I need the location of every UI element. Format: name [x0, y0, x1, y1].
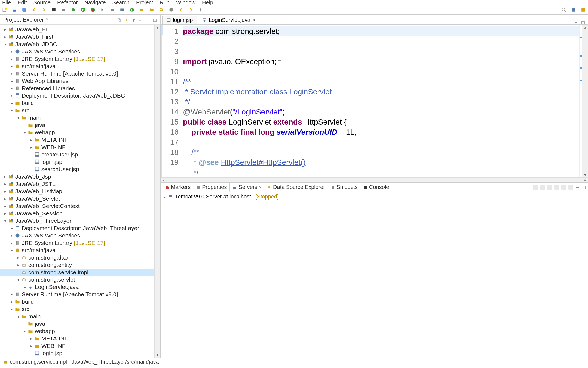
twisty-icon[interactable] — [9, 79, 14, 83]
runlast-icon[interactable] — [100, 7, 105, 12]
tree-item[interactable]: Web App Libraries — [0, 77, 160, 85]
save-icon[interactable] — [12, 7, 17, 12]
tree-item[interactable]: build — [0, 99, 160, 107]
tree-item[interactable]: src — [0, 305, 160, 313]
code-comment-link[interactable]: Servlet — [190, 88, 214, 96]
menu-source[interactable]: Source — [33, 0, 51, 6]
hscroll-left-icon[interactable]: ◂ — [162, 178, 164, 182]
tree-item[interactable]: java — [0, 121, 160, 129]
build-icon[interactable] — [61, 7, 66, 12]
server-icon[interactable] — [120, 7, 125, 12]
tree-item[interactable]: com.strong.servlet — [0, 276, 160, 283]
twisty-icon[interactable] — [3, 204, 8, 209]
tab-loginservlet-java[interactable]: LoginServlet.java × — [198, 16, 259, 24]
perspective-java-icon[interactable] — [581, 7, 586, 12]
tree-item[interactable]: JavaWeb_JSTL — [0, 180, 160, 188]
twisty-icon[interactable] — [29, 336, 34, 341]
editor-minimize-icon[interactable] — [574, 20, 578, 24]
newclass-icon[interactable]: C — [130, 7, 134, 12]
menu-run[interactable]: Run — [160, 0, 170, 6]
tree-item[interactable]: main — [0, 114, 160, 121]
openfile-icon[interactable] — [149, 7, 154, 12]
editor-scrollbar[interactable]: ▴ ▾ — [582, 25, 588, 177]
tab-datasource[interactable]: Data Source Explorer — [264, 183, 328, 191]
twisty-icon[interactable] — [9, 292, 14, 297]
tab-servers[interactable]: Servers× — [229, 183, 264, 192]
tree-item[interactable]: build — [0, 298, 160, 305]
server-toolbar-profile-icon[interactable] — [547, 185, 552, 190]
newpkg-icon[interactable] — [139, 7, 144, 12]
tree-item[interactable]: META-INF — [0, 335, 160, 342]
scroll-down-icon[interactable]: ▾ — [584, 173, 586, 177]
tree-item[interactable]: META-INF — [0, 136, 160, 143]
editor-maximize-icon[interactable] — [581, 20, 585, 24]
tree-item[interactable]: searchUser.jsp — [0, 165, 160, 173]
server-toolbar-publish-icon[interactable] — [561, 185, 566, 190]
collapse-all-icon[interactable] — [117, 17, 122, 22]
twisty-icon[interactable] — [9, 49, 14, 54]
tree-item[interactable]: createUser.jsp — [0, 151, 160, 158]
twisty-icon[interactable] — [3, 42, 8, 47]
fwd-icon[interactable] — [188, 7, 193, 12]
tree-item[interactable]: JavaWeb_ThreeLayer — [0, 217, 160, 224]
tree-item[interactable]: WEB-INF — [0, 342, 160, 349]
server-toolbar-run-icon[interactable] — [540, 185, 545, 190]
tree-item[interactable]: login.jsp — [0, 349, 160, 357]
server-toolbar-stop-icon[interactable] — [554, 185, 559, 190]
menu-edit[interactable]: Edit — [17, 0, 27, 6]
twisty-icon[interactable] — [9, 226, 14, 231]
undo-icon[interactable] — [32, 7, 36, 12]
menu-search[interactable]: Search — [112, 0, 130, 6]
tree-item[interactable]: Server Runtime [Apache Tomcat v9.0] — [0, 70, 160, 77]
debug-icon[interactable] — [71, 7, 76, 12]
tree-item[interactable]: Referenced Libraries — [0, 85, 160, 92]
server-toolbar-clean-icon[interactable] — [568, 185, 573, 190]
twisty-icon[interactable] — [9, 108, 14, 113]
explorer-scrollbar[interactable]: ▴ ▾ — [154, 25, 160, 358]
tree-item[interactable]: JRE System Library[JavaSE-17] — [0, 55, 160, 62]
twisty-icon[interactable] — [9, 307, 14, 312]
explorer-close-icon[interactable]: × — [45, 17, 48, 22]
anno-icon[interactable] — [169, 7, 174, 12]
twisty-icon[interactable] — [9, 64, 14, 69]
twisty-icon[interactable] — [22, 321, 27, 326]
code-comment-link[interactable]: HttpServlet#HttpServlet() — [221, 158, 305, 167]
hscroll-right-icon[interactable]: ▸ — [584, 178, 586, 182]
link-editor-icon[interactable] — [124, 17, 129, 22]
quick-access-icon[interactable] — [561, 7, 566, 12]
twisty-icon[interactable] — [9, 233, 14, 238]
twisty-icon[interactable] — [22, 123, 27, 128]
tree-item[interactable]: com.strong.service.impl — [0, 269, 160, 276]
twisty-icon[interactable] — [29, 167, 34, 172]
twisty-icon[interactable] — [16, 255, 21, 260]
twisty-icon[interactable] — [29, 343, 34, 348]
twisty-icon[interactable] — [3, 182, 8, 186]
tree-item[interactable]: JRE System Library[JavaSE-17] — [0, 239, 160, 246]
twisty-icon[interactable] — [29, 137, 34, 142]
minimize-icon[interactable] — [146, 17, 150, 22]
new-icon[interactable] — [2, 7, 7, 12]
viewmenu-icon[interactable] — [139, 17, 143, 22]
tree-item[interactable]: JavaWeb_ListMap — [0, 188, 160, 195]
tree-item[interactable]: src/main/java — [0, 246, 160, 254]
menu-window[interactable]: Window — [176, 0, 195, 6]
overview-ruler[interactable] — [579, 25, 582, 177]
tree-item[interactable]: JavaWeb_Jsp — [0, 173, 160, 180]
fold-box-icon[interactable] — [278, 60, 281, 64]
redo-icon[interactable] — [41, 7, 46, 12]
tree-item[interactable]: com.strong.dao — [0, 254, 160, 261]
tree-item[interactable]: Deployment Descriptor: JavaWeb_ThreeLaye… — [0, 224, 160, 232]
tree-item[interactable]: webapp — [0, 129, 160, 136]
twisty-icon[interactable] — [9, 71, 14, 76]
tab-snippets[interactable]: Snippets — [328, 183, 360, 191]
scroll-down-icon[interactable]: ▾ — [157, 353, 158, 357]
twisty-icon[interactable] — [9, 56, 14, 61]
tab-markers[interactable]: Markers — [162, 183, 193, 191]
tree-item[interactable]: JavaWeb_JDBC — [0, 40, 160, 48]
tree-item[interactable]: JavaWeb_EL — [0, 26, 160, 33]
tab-login-jsp[interactable]: login.jsp — [162, 16, 197, 24]
twisty-icon[interactable] — [16, 263, 21, 267]
code-area[interactable]: package com.strong.servlet; import java.… — [181, 25, 579, 177]
twisty-icon[interactable] — [3, 27, 8, 32]
menu-file[interactable]: File — [2, 0, 11, 6]
